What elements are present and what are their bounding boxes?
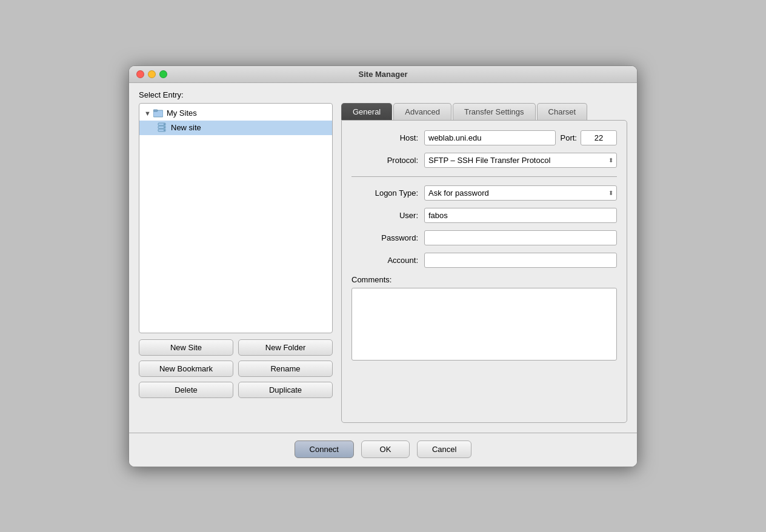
new-folder-button[interactable]: New Folder (238, 339, 333, 356)
tree-root-group: ▼ My Sites (139, 104, 332, 138)
comments-section: Comments: (351, 275, 617, 362)
divider (351, 176, 617, 177)
rename-button[interactable]: Rename (238, 361, 333, 377)
protocol-row: Protocol: FTP – File Transfer Protocol S… (351, 153, 617, 168)
tab-advanced[interactable]: Advanced (393, 103, 451, 120)
svg-point-5 (164, 124, 165, 125)
tree-root-label: My Sites (167, 108, 197, 118)
logon-type-select[interactable]: Anonymous Normal Ask for password Intera… (424, 185, 617, 201)
delete-button[interactable]: Delete (139, 382, 233, 398)
protocol-label: Protocol: (351, 156, 418, 165)
user-input[interactable] (424, 208, 617, 223)
tab-transfer-settings[interactable]: Transfer Settings (453, 103, 536, 120)
window-footer: Connect OK Cancel (129, 433, 637, 467)
minimize-button[interactable] (148, 70, 156, 78)
user-row: User: (351, 208, 617, 223)
ok-button[interactable]: OK (361, 441, 410, 458)
window-title: Site Manager (359, 70, 408, 79)
new-site-button[interactable]: New Site (139, 339, 233, 356)
folder-icon (153, 108, 163, 119)
password-row: Password: (351, 230, 617, 245)
password-label: Password: (351, 233, 418, 242)
main-content: ▼ My Sites (139, 103, 627, 423)
account-input[interactable] (424, 253, 617, 268)
port-label: Port: (561, 133, 577, 142)
new-bookmark-button[interactable]: New Bookmark (139, 361, 233, 377)
server-icon (158, 122, 167, 133)
host-input[interactable] (424, 130, 556, 145)
tab-general[interactable]: General (341, 103, 392, 120)
port-input[interactable] (581, 130, 617, 145)
tree-child-item[interactable]: New site (139, 121, 332, 135)
tab-content-general: Host: Port: Protocol: FTP – File Transfe… (341, 120, 627, 423)
account-label: Account: (351, 256, 418, 265)
cancel-button[interactable]: Cancel (417, 441, 471, 458)
traffic-lights (136, 70, 167, 78)
duplicate-button[interactable]: Duplicate (238, 382, 333, 398)
protocol-select[interactable]: FTP – File Transfer Protocol SFTP – SSH … (424, 153, 617, 168)
window-body: Select Entry: ▼ (129, 83, 637, 433)
select-entry-label: Select Entry: (139, 90, 627, 99)
logon-type-row: Logon Type: Anonymous Normal Ask for pas… (351, 185, 617, 201)
site-manager-window: Site Manager Select Entry: ▼ (128, 65, 638, 467)
svg-rect-1 (153, 110, 158, 111)
tab-charset[interactable]: Charset (537, 103, 588, 120)
user-label: User: (351, 211, 418, 220)
tab-bar: General Advanced Transfer Settings Chars… (341, 103, 627, 120)
site-tree[interactable]: ▼ My Sites (139, 103, 333, 333)
tree-child-label: New site (171, 123, 201, 132)
comments-label: Comments: (351, 275, 617, 284)
tree-root-item[interactable]: ▼ My Sites (139, 106, 332, 121)
left-panel: ▼ My Sites (139, 103, 333, 423)
title-bar: Site Manager (129, 66, 637, 83)
host-port-row: Host: Port: (351, 130, 617, 145)
account-row: Account: (351, 253, 617, 268)
host-label: Host: (400, 133, 418, 142)
comments-textarea[interactable] (351, 288, 617, 361)
svg-point-7 (164, 130, 165, 131)
maximize-button[interactable] (159, 70, 167, 78)
protocol-select-wrapper: FTP – File Transfer Protocol SFTP – SSH … (424, 153, 617, 168)
password-input[interactable] (424, 230, 617, 245)
left-buttons: New Site New Folder New Bookmark Rename … (139, 339, 333, 398)
expand-arrow-icon: ▼ (144, 110, 151, 117)
logon-type-label: Logon Type: (351, 188, 418, 198)
logon-type-select-wrapper: Anonymous Normal Ask for password Intera… (424, 185, 617, 201)
connect-button[interactable]: Connect (295, 441, 354, 458)
svg-point-6 (164, 127, 165, 128)
close-button[interactable] (136, 70, 144, 78)
right-panel: General Advanced Transfer Settings Chars… (341, 103, 627, 423)
